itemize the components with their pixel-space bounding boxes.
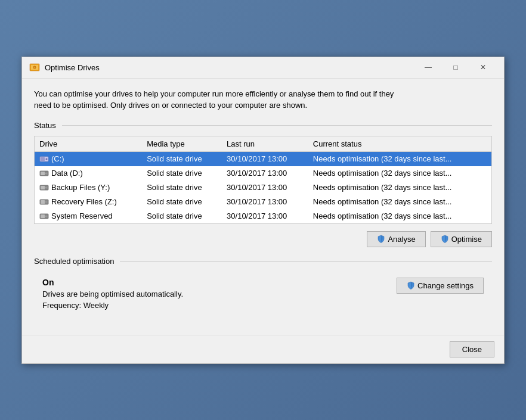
status-divider — [62, 125, 492, 126]
col-media-type: Media type — [142, 136, 222, 151]
last-run-cell: 30/10/2017 13:00 — [222, 209, 308, 224]
optimise-button[interactable]: Optimise — [431, 231, 492, 247]
scheduled-content: On Drives are being optimised automatica… — [34, 272, 492, 316]
drive-cell: (C:) — [35, 151, 143, 166]
media-type-cell: Solid state drive — [142, 209, 222, 224]
table-row[interactable]: (C:) Solid state drive30/10/2017 13:00Ne… — [35, 151, 492, 166]
svg-point-3 — [34, 67, 36, 69]
drive-icon — [39, 197, 49, 207]
svg-rect-13 — [41, 186, 45, 189]
table-header: Drive Media type Last run Current status — [35, 136, 492, 151]
drive-cell: Recovery Files (Z:) — [35, 195, 143, 209]
table-row[interactable]: Data (D:) Solid state drive30/10/2017 13… — [35, 166, 492, 181]
svg-rect-21 — [41, 214, 45, 218]
window-controls: — □ ✕ — [414, 58, 497, 76]
analyse-button[interactable]: Analyse — [367, 231, 425, 247]
table-row[interactable]: Recovery Files (Z:) Solid state drive30/… — [35, 195, 492, 209]
svg-rect-5 — [41, 157, 45, 161]
svg-rect-17 — [41, 200, 45, 204]
media-type-cell: Solid state drive — [142, 181, 222, 195]
last-run-cell: 30/10/2017 13:00 — [222, 195, 308, 209]
action-buttons-row: Analyse Optimise — [34, 231, 492, 247]
scheduled-row: On Drives are being optimised automatica… — [42, 278, 484, 310]
drive-cell: System Reserved — [35, 209, 143, 224]
scheduled-frequency: Frequency: Weekly — [42, 301, 183, 310]
minimize-button[interactable]: — — [414, 58, 442, 76]
svg-rect-9 — [41, 172, 45, 175]
media-type-cell: Solid state drive — [142, 151, 222, 166]
shield-settings-icon — [407, 281, 415, 290]
media-type-cell: Solid state drive — [142, 195, 222, 209]
main-window: Optimise Drives — □ ✕ You can optimise y… — [21, 57, 505, 364]
drive-table: Drive Media type Last run Current status… — [34, 136, 492, 224]
scheduled-divider — [120, 261, 492, 262]
table-row[interactable]: System Reserved Solid state drive30/10/2… — [35, 209, 492, 224]
drive-icon — [39, 154, 49, 164]
drive-icon — [39, 183, 49, 192]
scheduled-header: Scheduled optimisation — [34, 257, 492, 266]
status-cell: Needs optimisation (32 days since last..… — [308, 181, 492, 195]
drive-icon — [39, 211, 49, 221]
last-run-cell: 30/10/2017 13:00 — [222, 166, 308, 181]
close-button[interactable]: Close — [450, 341, 494, 357]
description: You can optimise your drives to help you… — [34, 88, 492, 111]
status-cell: Needs optimisation (32 days since last..… — [308, 166, 492, 181]
status-section-header: Status — [34, 121, 492, 130]
scheduled-status: On — [42, 278, 183, 287]
footer: Close — [22, 335, 504, 363]
last-run-cell: 30/10/2017 13:00 — [222, 181, 308, 195]
title-bar: Optimise Drives — □ ✕ — [22, 57, 504, 79]
shield-optimise-icon — [441, 235, 449, 243]
change-settings-button[interactable]: Change settings — [397, 278, 484, 294]
scheduled-section: Scheduled optimisation On Drives are bei… — [34, 257, 492, 316]
scheduled-info: On Drives are being optimised automatica… — [42, 278, 183, 310]
drive-cell: Data (D:) — [35, 166, 143, 181]
window-title: Optimise Drives — [45, 63, 414, 72]
drive-icon — [39, 169, 49, 178]
status-label: Status — [34, 121, 56, 130]
window-icon — [29, 62, 40, 73]
col-drive: Drive — [35, 136, 143, 151]
last-run-cell: 30/10/2017 13:00 — [222, 151, 308, 166]
col-last-run: Last run — [222, 136, 308, 151]
window-content: You can optimise your drives to help you… — [22, 79, 504, 335]
close-window-button[interactable]: ✕ — [469, 58, 497, 76]
drive-cell: Backup Files (Y:) — [35, 181, 143, 195]
shield-analyse-icon — [377, 235, 385, 243]
media-type-cell: Solid state drive — [142, 166, 222, 181]
status-cell: Needs optimisation (32 days since last..… — [308, 209, 492, 224]
maximize-button[interactable]: □ — [442, 58, 469, 76]
col-current-status: Current status — [308, 136, 492, 151]
scheduled-description: Drives are being optimised automatically… — [42, 290, 183, 298]
status-cell: Needs optimisation (32 days since last..… — [308, 151, 492, 166]
table-row[interactable]: Backup Files (Y:) Solid state drive30/10… — [35, 181, 492, 195]
table-body: (C:) Solid state drive30/10/2017 13:00Ne… — [35, 151, 492, 223]
status-cell: Needs optimisation (32 days since last..… — [308, 195, 492, 209]
scheduled-label: Scheduled optimisation — [34, 257, 114, 266]
